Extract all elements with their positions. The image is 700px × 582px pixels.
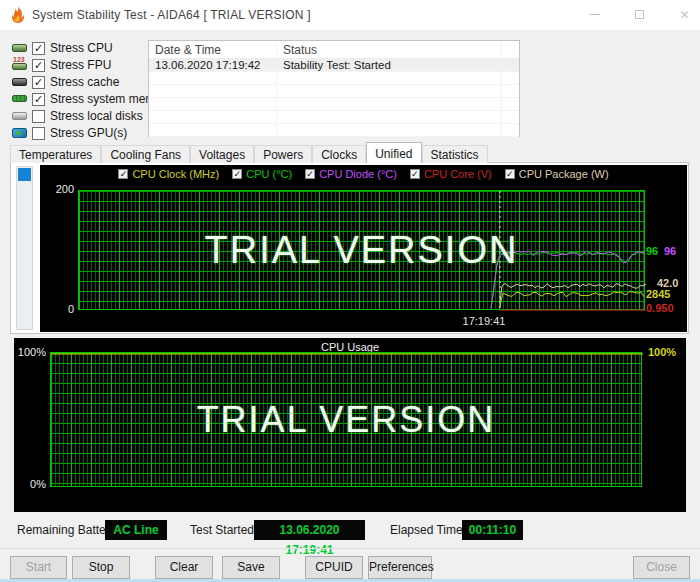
event-log-table: Date & Time Status 13.06.2020 17:19:42St…	[148, 40, 520, 137]
column-header-datetime[interactable]: Date & Time	[149, 41, 276, 58]
elapsed-time-label: Elapsed Time:	[390, 523, 466, 537]
series-current-value: 96	[646, 245, 658, 257]
cache-icon	[12, 76, 29, 88]
legend-label: CPU Diode (°C)	[319, 168, 397, 180]
cpu-usage-panel: CPU Usage 100% 0% TRIAL VERSION 100%	[14, 338, 686, 512]
preferences-button[interactable]: Preferences	[368, 556, 432, 579]
chart-scrollbar[interactable]	[16, 166, 33, 330]
y-axis-max: 200	[40, 183, 74, 195]
legend-item: CPU (°C)	[232, 168, 292, 180]
trial-watermark: TRIAL VERSION	[205, 229, 519, 272]
tab-unified[interactable]: Unified	[366, 142, 421, 163]
stop-button[interactable]: Stop	[72, 556, 130, 579]
start-button[interactable]: Start	[10, 556, 67, 579]
stress-option-row: Stress local disks	[12, 108, 146, 124]
save-button[interactable]: Save	[222, 556, 280, 579]
tab-statistics[interactable]: Statistics	[422, 145, 488, 163]
table-row-empty[interactable]	[149, 85, 519, 98]
test-start-time-marker: 17:19:41	[444, 315, 524, 327]
event-log-header: Date & Time Status	[149, 41, 519, 59]
table-row-empty[interactable]	[149, 124, 519, 137]
close-icon[interactable]: ✕	[662, 0, 700, 29]
stress-option-row: Stress cache	[12, 74, 146, 90]
unified-tab-page: CPU Clock (MHz)CPU (°C)CPU Diode (°C)CPU…	[10, 162, 689, 334]
series-current-value: 96	[664, 245, 676, 257]
cpuid-button[interactable]: CPUID	[305, 556, 363, 579]
cpu-usage-grid: TRIAL VERSION	[50, 352, 642, 487]
trial-watermark: TRIAL VERSION	[197, 399, 496, 441]
chart-tabs: TemperaturesCooling FansVoltagesPowersCl…	[10, 144, 488, 163]
app-window: System Stability Test - AIDA64 [ TRIAL V…	[0, 0, 700, 582]
tab-voltages[interactable]: Voltages	[190, 145, 254, 163]
stress-options-panel: Stress CPUStress FPUStress cacheStress s…	[12, 40, 146, 142]
maximize-icon[interactable]	[617, 0, 662, 29]
table-row-empty[interactable]	[149, 98, 519, 111]
legend-checkbox[interactable]	[410, 169, 420, 179]
elapsed-time-value: 00:11:10	[462, 520, 523, 540]
stress-checkbox[interactable]	[32, 59, 45, 72]
battery-value: AC Line	[105, 520, 167, 540]
status-bar: Remaining Battery: AC Line Test Started:…	[0, 520, 700, 541]
cell-datetime: 13.06.2020 17:19:42	[149, 59, 276, 71]
stress-option-label: Stress local disks	[50, 109, 143, 123]
stress-option-row: Stress system memory	[12, 91, 146, 107]
title-bar: System Stability Test - AIDA64 [ TRIAL V…	[0, 0, 700, 30]
stress-checkbox[interactable]	[32, 110, 45, 123]
minimize-icon[interactable]	[572, 0, 617, 29]
cpu-icon	[12, 42, 29, 54]
scrollbar-thumb[interactable]	[18, 168, 31, 181]
stress-option-row: Stress CPU	[12, 40, 146, 56]
tab-powers[interactable]: Powers	[254, 145, 312, 163]
column-header-status[interactable]: Status	[276, 41, 501, 58]
stress-checkbox[interactable]	[32, 93, 45, 106]
footer-divider	[0, 548, 700, 549]
test-started-label: Test Started:	[190, 523, 257, 537]
table-row-empty[interactable]	[149, 72, 519, 85]
usage-y-max: 100%	[14, 346, 46, 358]
legend-item: CPU Core (V)	[410, 168, 492, 180]
close-button[interactable]: Close	[633, 556, 690, 579]
stress-checkbox[interactable]	[32, 127, 45, 140]
stress-option-label: Stress cache	[50, 75, 119, 89]
legend-checkbox[interactable]	[118, 169, 128, 179]
battery-label: Remaining Battery:	[17, 523, 119, 537]
unified-chart-panel: CPU Clock (MHz)CPU (°C)CPU Diode (°C)CPU…	[40, 165, 687, 332]
stress-option-row: Stress FPU	[12, 57, 146, 73]
table-row[interactable]: 13.06.2020 17:19:42Stability Test: Start…	[149, 59, 519, 72]
legend-label: CPU Core (V)	[424, 168, 492, 180]
stress-option-label: Stress GPU(s)	[50, 126, 127, 140]
stress-option-row: Stress GPU(s)	[12, 125, 146, 141]
series-current-value: 0.950	[646, 302, 674, 314]
legend-item: CPU Package (W)	[505, 168, 609, 180]
legend-item: CPU Clock (MHz)	[118, 168, 219, 180]
tab-cooling-fans[interactable]: Cooling Fans	[101, 145, 190, 163]
legend-label: CPU (°C)	[246, 168, 292, 180]
test-started-value: 13.06.2020 17:19:41	[254, 520, 365, 540]
stress-option-label: Stress FPU	[50, 58, 111, 72]
action-buttons: StartStopClearSaveCPUIDPreferencesClose	[0, 556, 700, 580]
memory-icon	[12, 93, 29, 105]
usage-y-min: 0%	[14, 478, 46, 490]
clear-button[interactable]: Clear	[155, 556, 213, 579]
legend-checkbox[interactable]	[232, 169, 242, 179]
legend-item: CPU Diode (°C)	[305, 168, 397, 180]
cpu-usage-current-value: 100%	[648, 346, 676, 358]
y-axis-min: 0	[40, 303, 74, 315]
tab-temperatures[interactable]: Temperatures	[10, 145, 101, 163]
window-title: System Stability Test - AIDA64 [ TRIAL V…	[32, 8, 311, 22]
stress-option-label: Stress CPU	[50, 41, 113, 55]
series-current-value: 2845	[646, 288, 670, 300]
table-row-empty[interactable]	[149, 111, 519, 124]
unified-chart-grid: TRIAL VERSION	[78, 190, 645, 310]
stress-checkbox[interactable]	[32, 76, 45, 89]
stress-checkbox[interactable]	[32, 42, 45, 55]
gpu-icon	[12, 127, 29, 139]
fpu-icon	[12, 59, 29, 71]
legend-label: CPU Clock (MHz)	[132, 168, 219, 180]
legend-label: CPU Package (W)	[519, 168, 609, 180]
legend-checkbox[interactable]	[305, 169, 315, 179]
tab-clocks[interactable]: Clocks	[312, 145, 366, 163]
cell-status: Stability Test: Started	[276, 59, 501, 71]
legend-checkbox[interactable]	[505, 169, 515, 179]
chart-legend: CPU Clock (MHz)CPU (°C)CPU Diode (°C)CPU…	[40, 168, 687, 180]
